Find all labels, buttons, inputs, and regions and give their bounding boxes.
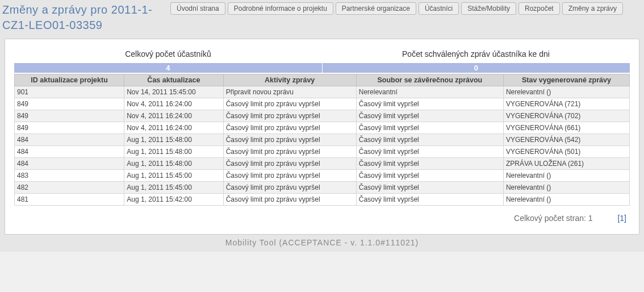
table-row[interactable]: 484Aug 1, 2011 15:48:00Časový limit pro …: [15, 158, 630, 170]
cell: 484: [15, 146, 124, 158]
cell: 481: [15, 194, 124, 206]
cell: Nerelevantní (): [503, 194, 629, 206]
summary-left-label: Celkový počet účastníků: [14, 47, 322, 62]
cell: VYGENEROVÁNA (542): [503, 134, 629, 146]
cell: VYGENEROVÁNA (661): [503, 122, 629, 134]
cell: Nov 4, 2011 16:24:00: [124, 122, 223, 134]
topbar: Změny a zprávy pro 2011-1-CZ1-LEO01-0335…: [0, 0, 644, 33]
th-final-report-file[interactable]: Soubor se závěrečnou zprávou: [356, 74, 503, 86]
table-row[interactable]: 481Aug 1, 2011 15:42:00Časový limit pro …: [15, 194, 630, 206]
cell: 483: [15, 170, 124, 182]
summary-left: Celkový počet účastníků: [14, 47, 322, 62]
cell: Nov 4, 2011 16:24:00: [124, 98, 223, 110]
pager-total: Celkový počet stran: 1: [514, 214, 593, 223]
cell: Časový limit vypršel: [356, 194, 503, 206]
cell: Nerelevantní (): [503, 182, 629, 194]
footer-version: Mobility Tool (ACCEPTANCE - v. 1.1.0#111…: [0, 237, 644, 247]
table-row[interactable]: 484Aug 1, 2011 15:48:00Časový limit pro …: [15, 134, 630, 146]
pager-current[interactable]: [1]: [595, 214, 626, 223]
cell: Aug 1, 2011 15:45:00: [124, 170, 223, 182]
cell: Časový limit pro zprávu vypršel: [223, 146, 356, 158]
th-update-id[interactable]: ID aktualizace projektu: [15, 74, 124, 86]
table-row[interactable]: 482Aug 1, 2011 15:45:00Časový limit pro …: [15, 182, 630, 194]
cell: Časový limit vypršel: [356, 182, 503, 194]
th-update-time[interactable]: Čas aktualizace: [124, 74, 223, 86]
cell: Nerelevantní (): [503, 170, 629, 182]
updates-table: ID aktualizace projektu Čas aktualizace …: [14, 74, 630, 206]
cell: Časový limit pro zprávu vypršel: [223, 170, 356, 182]
summary-left-value: 4: [14, 63, 322, 73]
pager: Celkový počet stran: 1 [1]: [14, 206, 630, 228]
cell: Nerelevantní: [356, 86, 503, 98]
summary-values: 4 0: [14, 63, 630, 73]
table-row[interactable]: 483Aug 1, 2011 15:45:00Časový limit pro …: [15, 170, 630, 182]
cell: VYGENEROVÁNA (721): [503, 98, 629, 110]
cell: VYGENEROVÁNA (501): [503, 146, 629, 158]
cell: Nerelevantní (): [503, 86, 629, 98]
cell: Časový limit pro zprávu vypršel: [223, 134, 356, 146]
cell: 484: [15, 134, 124, 146]
summary-right: Počet schválených zpráv účastníka ke dni: [322, 47, 630, 62]
table-row[interactable]: 484Aug 1, 2011 15:48:00Časový limit pro …: [15, 146, 630, 158]
cell: Aug 1, 2011 15:48:00: [124, 134, 223, 146]
cell: Časový limit vypršel: [356, 158, 503, 170]
cell: VYGENEROVÁNA (702): [503, 110, 629, 122]
cell: Aug 1, 2011 15:42:00: [124, 194, 223, 206]
cell: Časový limit pro zprávu vypršel: [223, 110, 356, 122]
cell: Časový limit vypršel: [356, 110, 503, 122]
cell: Časový limit pro zprávu vypršel: [223, 158, 356, 170]
tab-changes-reports[interactable]: Změny a zprávy: [562, 2, 623, 15]
cell: Nov 4, 2011 16:24:00: [124, 110, 223, 122]
cell: 901: [15, 86, 124, 98]
cell: Časový limit pro zprávu vypršel: [223, 182, 356, 194]
cell: 482: [15, 182, 124, 194]
table-header-row: ID aktualizace projektu Čas aktualizace …: [15, 74, 630, 86]
summary-right-value: 0: [322, 63, 630, 73]
tab-mobility[interactable]: Stáže/Mobility: [461, 2, 516, 15]
page-wrapper: Změny a zprávy pro 2011-1-CZ1-LEO01-0335…: [0, 0, 644, 252]
table-row[interactable]: 901Nov 14, 2011 15:45:00Připravit novou …: [15, 86, 630, 98]
cell: Nov 14, 2011 15:45:00: [124, 86, 223, 98]
cell: Časový limit vypršel: [356, 134, 503, 146]
cell: 849: [15, 122, 124, 134]
cell: Aug 1, 2011 15:48:00: [124, 146, 223, 158]
table-row[interactable]: 849Nov 4, 2011 16:24:00Časový limit pro …: [15, 98, 630, 110]
cell: Časový limit pro zprávu vypršel: [223, 122, 356, 134]
th-report-activities[interactable]: Aktivity zprávy: [223, 74, 356, 86]
tab-home[interactable]: Úvodní strana: [170, 2, 225, 15]
cell: 849: [15, 110, 124, 122]
cell: Časový limit vypršel: [356, 146, 503, 158]
cell: Časový limit vypršel: [356, 98, 503, 110]
table-row[interactable]: 849Nov 4, 2011 16:24:00Časový limit pro …: [15, 110, 630, 122]
cell: Aug 1, 2011 15:45:00: [124, 182, 223, 194]
cell: Připravit novou zprávu: [223, 86, 356, 98]
tabs: Úvodní strana Podrobné informace o proje…: [170, 2, 623, 15]
tab-partners[interactable]: Partnerské organizace: [336, 2, 416, 15]
tab-project-details[interactable]: Podrobné informace o projektu: [228, 2, 333, 15]
cell: Aug 1, 2011 15:48:00: [124, 158, 223, 170]
th-generated-report-status[interactable]: Stav vygenerované zprávy: [503, 74, 629, 86]
cell: Časový limit vypršel: [356, 122, 503, 134]
cell: Časový limit pro zprávu vypršel: [223, 194, 356, 206]
summary-right-label: Počet schválených zpráv účastníka ke dni: [322, 47, 630, 62]
cell: Časový limit pro zprávu vypršel: [223, 98, 356, 110]
tab-budget[interactable]: Rozpočet: [518, 2, 560, 15]
tab-participants[interactable]: Účastníci: [419, 2, 459, 15]
cell: 484: [15, 158, 124, 170]
page-title: Změny a zprávy pro 2011-1-CZ1-LEO01-0335…: [1, 2, 170, 33]
cell: Časový limit vypršel: [356, 170, 503, 182]
cell: ZPRÁVA ULOŽENA (261): [503, 158, 629, 170]
summary-row: Celkový počet účastníků Počet schválenýc…: [14, 47, 630, 62]
content-panel: Celkový počet účastníků Počet schválenýc…: [5, 39, 639, 235]
table-row[interactable]: 849Nov 4, 2011 16:24:00Časový limit pro …: [15, 122, 630, 134]
cell: 849: [15, 98, 124, 110]
